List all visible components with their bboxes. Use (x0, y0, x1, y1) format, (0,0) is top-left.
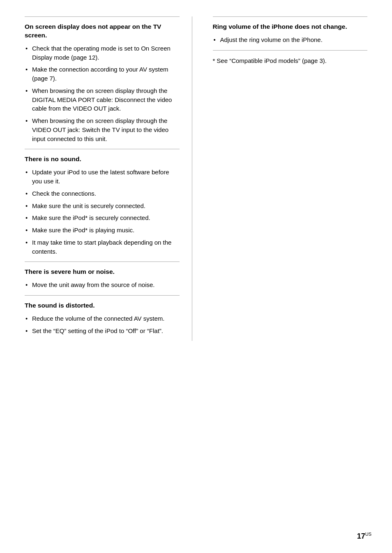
section-no-sound-title: There is no sound. (25, 155, 180, 164)
page-number-digits: 17 (357, 532, 365, 540)
section-on-screen-display-title: On screen display does not appear on the… (25, 23, 180, 40)
section-hum-noise-bullets: Move the unit away from the source of no… (25, 280, 180, 289)
left-column: On screen display does not appear on the… (25, 16, 192, 341)
list-item: Adjust the ring volume on the iPhone. (213, 35, 368, 44)
list-item: Make sure the iPod* is playing music. (25, 226, 180, 235)
list-item: Reduce the volume of the connected AV sy… (25, 314, 180, 323)
list-item: When browsing the on screen display thro… (25, 86, 180, 113)
list-item: Check that the operating mode is set to … (25, 44, 180, 62)
section-hum-noise: There is severe hum or noise. Move the u… (25, 261, 180, 289)
list-item: Make sure the unit is securely connected… (25, 201, 180, 211)
list-item: Check the connections. (25, 189, 180, 198)
two-column-layout: On screen display does not appear on the… (25, 16, 367, 341)
list-item: Set the “EQ” setting of the iPod to “Off… (25, 326, 180, 336)
page-number-suffix: US (365, 532, 371, 537)
right-column: Ring volume of the iPhone does not chang… (209, 16, 368, 341)
list-item: When browsing the on screen display thro… (25, 116, 180, 143)
list-item: It may take time to start playback depen… (25, 238, 180, 256)
footnote: *See “Compatible iPod models” (page 3). (213, 56, 368, 65)
section-hum-noise-title: There is severe hum or noise. (25, 268, 180, 276)
footnote-asterisk: * (213, 57, 215, 64)
section-no-sound-bullets: Update your iPod to use the latest softw… (25, 168, 180, 256)
section-ring-volume-title: Ring volume of the iPhone does not chang… (213, 23, 368, 31)
section-no-sound: There is no sound. Update your iPod to u… (25, 149, 180, 256)
section-on-screen-display-bullets: Check that the operating mode is set to … (25, 44, 180, 143)
list-item: Make the connection according to your AV… (25, 65, 180, 83)
list-item: Make sure the iPod* is securely connecte… (25, 213, 180, 222)
list-item: Move the unit away from the source of no… (25, 280, 180, 289)
page-number: 17US (357, 532, 371, 541)
section-ring-volume: Ring volume of the iPhone does not chang… (213, 16, 368, 44)
footnote-text: See “Compatible iPod models” (page 3). (217, 57, 327, 64)
list-item: Update your iPod to use the latest softw… (25, 168, 180, 186)
right-col-divider (213, 50, 368, 51)
section-distorted: The sound is distorted. Reduce the volum… (25, 295, 180, 335)
page-container: On screen display does not appear on the… (0, 0, 392, 553)
section-distorted-bullets: Reduce the volume of the connected AV sy… (25, 314, 180, 336)
section-distorted-title: The sound is distorted. (25, 301, 180, 310)
section-on-screen-display: On screen display does not appear on the… (25, 16, 180, 143)
section-ring-volume-bullets: Adjust the ring volume on the iPhone. (213, 35, 368, 44)
